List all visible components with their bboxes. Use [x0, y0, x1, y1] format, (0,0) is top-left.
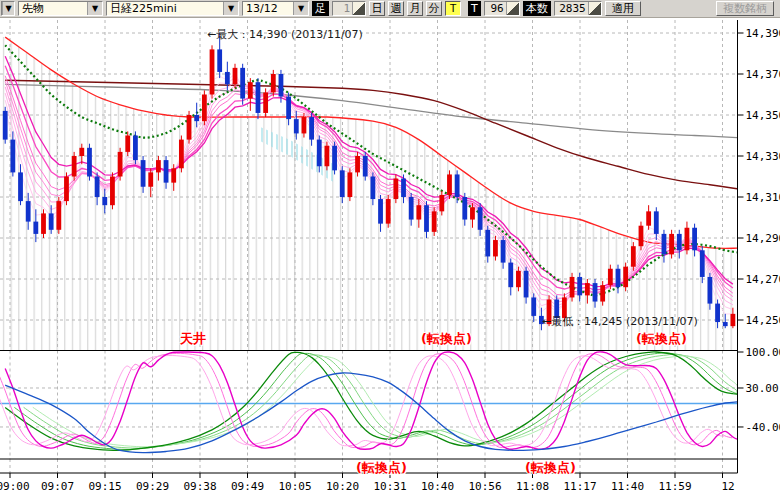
max-price-annotation: ←最大 : 14,390 (2013/11/07): [207, 27, 363, 42]
price-chart-canvas[interactable]: 14,39014,37014,35014,33014,31014,29014,2…: [0, 18, 780, 500]
multi-symbol-button[interactable]: 複数銘柄: [716, 1, 774, 16]
bar-type-chip: 足: [312, 1, 329, 16]
tick-chip: T: [468, 1, 481, 16]
svg-text:09:15: 09:15: [88, 480, 121, 493]
period-tick-button[interactable]: T: [445, 1, 461, 16]
svg-text:11:08: 11:08: [516, 480, 549, 493]
svg-text:14,330: 14,330: [746, 150, 780, 163]
svg-text:14,370: 14,370: [746, 68, 780, 81]
interval-spinner[interactable]: 1: [332, 1, 366, 16]
interval-value: 1: [333, 2, 352, 15]
period-month-button[interactable]: 月: [407, 1, 423, 16]
ceiling-signal-label: 天井: [180, 330, 206, 348]
period-week-button[interactable]: 週: [388, 1, 404, 16]
min-price-annotation: ←最低 : 14,245 (2013/11/07): [542, 314, 698, 329]
svg-text:14,350: 14,350: [746, 109, 780, 122]
rci-oscillator-lines: [0, 352, 738, 453]
contract-month-value: 13/12: [243, 2, 293, 15]
dropdown-arrow-icon[interactable]: ▼: [293, 2, 308, 15]
dropdown-arrow-icon[interactable]: ▼: [2, 2, 14, 15]
svg-text:09:07: 09:07: [41, 480, 74, 493]
turning-point-bottom-1: (転換点): [356, 459, 407, 477]
svg-text:10:05: 10:05: [278, 480, 311, 493]
turning-point-top-1: (転換点): [421, 330, 472, 348]
contract-month-select[interactable]: 13/12 ▼: [242, 1, 309, 16]
tick-count-spinner[interactable]: 96: [484, 1, 520, 16]
dropdown-arrow-icon[interactable]: ▼: [223, 2, 238, 15]
svg-text:11:17: 11:17: [563, 480, 596, 493]
symbol-value: 日経225mini: [107, 2, 223, 15]
instrument-type-select[interactable]: 先物 ▼: [18, 1, 103, 16]
apply-button[interactable]: 適用: [605, 1, 641, 16]
dropdown-arrow-icon[interactable]: ▼: [87, 2, 102, 15]
svg-text:09:49: 09:49: [231, 480, 264, 493]
tick-count-value: 96: [485, 2, 506, 15]
svg-text:10:40: 10:40: [421, 480, 454, 493]
spinner-icon[interactable]: [588, 2, 601, 15]
turning-point-bottom-2: (転換点): [525, 459, 576, 477]
svg-text:09:38: 09:38: [183, 480, 216, 493]
svg-text:11:59: 11:59: [658, 480, 691, 493]
bar-count-value: 2835: [555, 2, 588, 15]
svg-text:14,270: 14,270: [746, 273, 780, 286]
svg-text:09:29: 09:29: [136, 480, 169, 493]
chart-area[interactable]: 14,39014,37014,35014,33014,31014,29014,2…: [0, 18, 780, 500]
svg-text:09:00: 09:00: [0, 480, 30, 493]
svg-text:11:40: 11:40: [611, 480, 644, 493]
svg-text:100.00: 100.00: [746, 346, 780, 359]
symbol-select[interactable]: 日経225mini ▼: [106, 1, 239, 16]
chart-application-window: ▼ 先物 ▼ 日経225mini ▼ 13/12 ▼ 足 1 日 週 月 分 T…: [0, 0, 780, 500]
svg-text:10:56: 10:56: [468, 480, 501, 493]
spinner-icon[interactable]: [352, 2, 365, 15]
svg-text:30.00: 30.00: [746, 382, 779, 395]
svg-text:14,390: 14,390: [746, 27, 780, 40]
bar-count-spinner[interactable]: 2835: [554, 1, 602, 16]
svg-text:12: 12: [721, 480, 734, 493]
period-day-button[interactable]: 日: [369, 1, 385, 16]
toolbar: ▼ 先物 ▼ 日経225mini ▼ 13/12 ▼ 足 1 日 週 月 分 T…: [0, 0, 780, 18]
svg-text:14,310: 14,310: [746, 191, 780, 204]
svg-text:14,290: 14,290: [746, 232, 780, 245]
spinner-icon[interactable]: [506, 2, 519, 15]
turning-point-top-2: (転換点): [636, 330, 687, 348]
svg-text:14,250: 14,250: [746, 314, 780, 327]
svg-text:-40.00: -40.00: [746, 421, 780, 434]
bar-count-chip: 本数: [523, 1, 551, 16]
period-minute-button[interactable]: 分: [426, 1, 442, 16]
svg-text:10:20: 10:20: [326, 480, 359, 493]
combo-stub[interactable]: ▼: [1, 1, 15, 16]
svg-text:10:31: 10:31: [373, 480, 406, 493]
instrument-type-value: 先物: [19, 2, 87, 15]
